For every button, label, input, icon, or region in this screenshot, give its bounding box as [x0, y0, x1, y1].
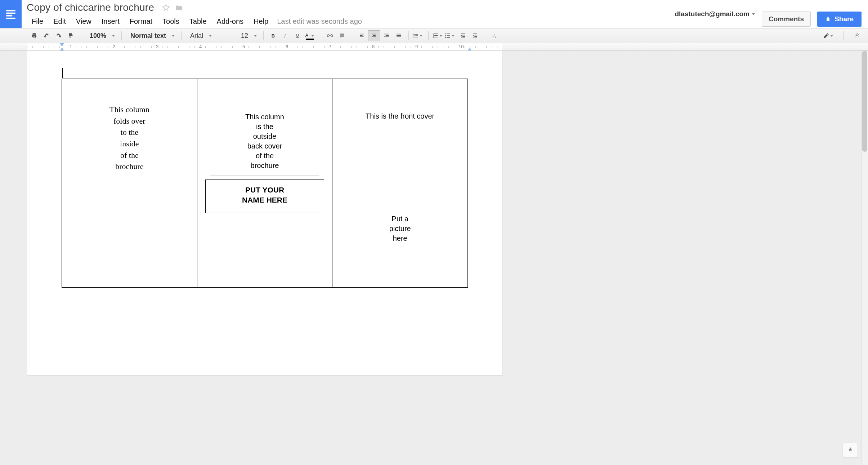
- caret-down-icon: [311, 35, 314, 37]
- account-menu[interactable]: dlastutech@gmail.com: [675, 10, 755, 18]
- svg-text:B: B: [272, 33, 275, 39]
- align-justify-icon[interactable]: [393, 30, 405, 41]
- print-icon[interactable]: [28, 30, 40, 41]
- svg-rect-40: [473, 37, 477, 38]
- collapse-toolbar-icon[interactable]: [851, 30, 863, 41]
- explore-icon: [847, 447, 854, 454]
- share-button[interactable]: Share: [817, 12, 862, 27]
- col2-line: is the: [202, 122, 328, 132]
- menu-table[interactable]: Table: [184, 16, 212, 27]
- svg-rect-24: [434, 34, 438, 34]
- front-cover-text: This is the front cover: [337, 112, 463, 120]
- decrease-indent-icon[interactable]: [457, 30, 469, 41]
- name-box[interactable]: PUT YOUR NAME HERE: [205, 180, 324, 213]
- svg-rect-17: [384, 36, 389, 37]
- svg-rect-16: [386, 35, 389, 36]
- style-value: Normal text: [130, 32, 166, 40]
- col1-line: brochure: [66, 161, 193, 172]
- align-right-icon[interactable]: [380, 30, 393, 41]
- brochure-col-1[interactable]: This column folds over to the inside of …: [62, 79, 197, 287]
- menu-help[interactable]: Help: [249, 16, 273, 27]
- col2-line: brochure: [202, 161, 328, 170]
- increase-indent-icon[interactable]: [469, 30, 481, 41]
- picture-placeholder: Put a picture here: [337, 214, 463, 243]
- paint-format-icon[interactable]: [65, 30, 77, 41]
- col2-line: This column: [202, 112, 328, 122]
- caret-down-icon: [209, 35, 212, 37]
- comments-button[interactable]: Comments: [762, 12, 811, 27]
- svg-text:A: A: [305, 33, 308, 38]
- menu-file[interactable]: File: [27, 16, 48, 27]
- svg-text:x: x: [495, 35, 496, 39]
- col1-line: This column: [66, 104, 193, 115]
- editing-mode-icon[interactable]: [823, 30, 835, 41]
- star-icon[interactable]: [162, 4, 170, 12]
- svg-rect-13: [373, 35, 376, 36]
- clear-formatting-icon[interactable]: Tx: [489, 30, 501, 41]
- col2-line: outside: [202, 132, 328, 141]
- brochure-table[interactable]: This column folds over to the inside of …: [62, 79, 468, 288]
- align-center-icon[interactable]: [368, 30, 380, 41]
- caret-down-icon: [752, 13, 755, 15]
- first-line-indent-marker[interactable]: [60, 43, 64, 46]
- svg-rect-9: [360, 34, 364, 35]
- svg-rect-32: [447, 37, 450, 38]
- redo-icon[interactable]: [53, 30, 65, 41]
- menu-insert[interactable]: Insert: [97, 16, 125, 27]
- menu-format[interactable]: Format: [125, 16, 157, 27]
- svg-point-28: [445, 35, 446, 36]
- svg-rect-33: [461, 34, 465, 34]
- menu-view[interactable]: View: [71, 16, 97, 27]
- undo-icon[interactable]: [40, 30, 53, 41]
- horizontal-ruler[interactable]: 1 2 3 4 5 6 7 8 9 10: [0, 43, 868, 51]
- caret-down-icon: [172, 35, 175, 37]
- menu-addons[interactable]: Add-ons: [212, 16, 249, 27]
- toolbar: 100% Normal text Arial 12 B I U A 123: [0, 28, 868, 43]
- right-indent-marker[interactable]: [467, 48, 472, 51]
- text-color-icon[interactable]: A: [304, 30, 316, 41]
- vertical-scrollbar[interactable]: [862, 51, 868, 465]
- document-workspace[interactable]: This column folds over to the inside of …: [0, 51, 868, 465]
- move-to-folder-icon[interactable]: [175, 4, 183, 12]
- header-right: dlastutech@gmail.com Comments Share: [675, 1, 862, 27]
- scrollbar-thumb[interactable]: [862, 51, 867, 152]
- insert-link-icon[interactable]: [324, 30, 336, 41]
- align-left-icon[interactable]: [356, 30, 368, 41]
- svg-rect-39: [475, 36, 478, 37]
- zoom-dropdown[interactable]: 100%: [85, 30, 118, 41]
- document-title[interactable]: Copy of chiccarine brochure: [27, 2, 154, 13]
- svg-rect-26: [434, 37, 438, 37]
- bulleted-list-icon[interactable]: [444, 30, 457, 41]
- name-box-line: NAME HERE: [208, 195, 322, 205]
- svg-rect-11: [360, 36, 364, 37]
- lock-icon: [825, 16, 831, 22]
- last-edit-status: Last edit was seconds ago: [277, 17, 362, 26]
- menu-tools[interactable]: Tools: [157, 16, 184, 27]
- bold-icon[interactable]: B: [267, 30, 279, 41]
- brochure-col-3[interactable]: This is the front cover Put a picture he…: [332, 79, 467, 287]
- underline-icon[interactable]: U: [292, 30, 304, 41]
- paragraph-style-dropdown[interactable]: Normal text: [125, 30, 178, 41]
- font-size-dropdown[interactable]: 12: [236, 30, 260, 41]
- italic-icon[interactable]: I: [279, 30, 292, 41]
- brochure-col-2[interactable]: This column is the outside back cover of…: [197, 79, 333, 287]
- font-family-dropdown[interactable]: Arial: [185, 30, 228, 41]
- svg-rect-10: [360, 35, 363, 36]
- line-spacing-icon[interactable]: [412, 30, 425, 41]
- document-page[interactable]: This column folds over to the inside of …: [27, 51, 502, 375]
- svg-text:3: 3: [433, 36, 434, 38]
- name-box-line: PUT YOUR: [208, 185, 322, 195]
- menu-edit[interactable]: Edit: [48, 16, 71, 27]
- explore-button[interactable]: [843, 443, 858, 458]
- col2-line: of the: [202, 151, 328, 161]
- col1-line: inside: [66, 138, 193, 149]
- left-indent-marker[interactable]: [60, 48, 64, 51]
- caret-down-icon: [452, 35, 455, 37]
- text-cursor: [62, 68, 63, 78]
- insert-comment-icon[interactable]: [336, 30, 348, 41]
- caret-down-icon: [254, 35, 257, 37]
- divider: [210, 176, 319, 176]
- docs-logo-icon[interactable]: [0, 0, 22, 28]
- svg-point-29: [445, 37, 446, 38]
- numbered-list-icon[interactable]: 123: [432, 30, 444, 41]
